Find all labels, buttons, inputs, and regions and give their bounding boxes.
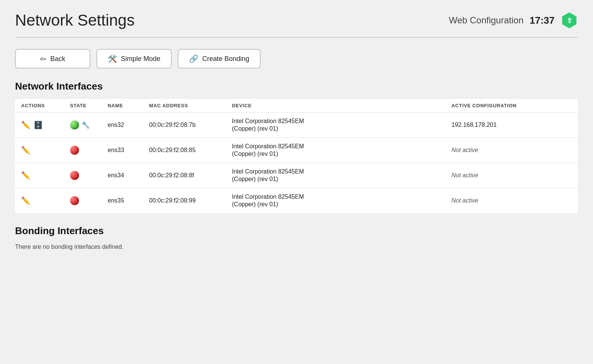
toolbar: ⇦ Back 🛠️ Simple Mode 🔗 Create Bonding	[15, 49, 578, 69]
col-mac: MAC ADDRESS	[149, 103, 232, 108]
row-mac: 00:0c:29:f2:08:85	[149, 147, 232, 154]
table-header: ACTIONS STATE NAME MAC ADDRESS DEVICE AC…	[15, 99, 578, 113]
row-actions: ✏️ 🗄️	[21, 120, 70, 129]
row-actions: ✏️	[21, 146, 70, 155]
row-mac: 00:0c:29:f2:08:7b	[149, 122, 232, 128]
row-state: 🔧	[70, 120, 108, 129]
back-arrow-icon: ⇦	[40, 54, 46, 63]
header-right: Web Configuration 17:37 ⇧	[449, 12, 578, 29]
simple-mode-label: Simple Mode	[121, 55, 160, 63]
row-mac: 00:0c:29:f2:08:99	[149, 197, 232, 204]
col-active-config: ACTIVE CONFIGURATION	[451, 103, 572, 108]
row-device: Intel Corporation 82545EM (Copper) (rev …	[232, 118, 451, 132]
table-row: ✏️ ens33 00:0c:29:f2:08:85 Intel Corpora…	[15, 138, 578, 163]
row-device: Intel Corporation 82545EM (Copper) (rev …	[232, 193, 451, 208]
col-name: NAME	[108, 103, 149, 108]
row-name: ens34	[108, 172, 149, 179]
row-active-config: Not active	[451, 197, 572, 204]
row-active-config: Not active	[451, 172, 572, 179]
edit-icon[interactable]: ✏️	[21, 196, 30, 205]
edit-icon[interactable]: ✏️	[21, 120, 30, 129]
bonding-interfaces-section: Bonding Interfaces There are no bonding …	[15, 225, 578, 250]
row-state	[70, 171, 108, 180]
row-state	[70, 146, 108, 155]
col-state: STATE	[70, 103, 108, 108]
row-name: ens35	[108, 197, 149, 204]
row-name: ens32	[108, 122, 149, 128]
web-config-label: Web Configuration	[449, 15, 523, 26]
database-icon[interactable]: 🗄️	[34, 120, 43, 129]
row-active-config: Not active	[451, 147, 572, 154]
edit-icon[interactable]: ✏️	[21, 171, 30, 180]
back-button[interactable]: ⇦ Back	[15, 49, 90, 69]
row-mac: 00:0c:29:f2:08:8f	[149, 172, 232, 179]
page-title: Network Settings	[15, 11, 134, 29]
create-bonding-label: Create Bonding	[202, 55, 249, 63]
table-row: ✏️ ens34 00:0c:29:f2:08:8f Intel Corpora…	[15, 163, 578, 188]
time-display: 17:37	[530, 15, 555, 26]
row-state	[70, 196, 108, 205]
wrench-icon[interactable]: 🔧	[81, 121, 90, 129]
row-actions: ✏️	[21, 196, 70, 205]
col-device: DEVICE	[232, 103, 451, 108]
network-interfaces-section: Network Interfaces ACTIONS STATE NAME MA…	[15, 81, 578, 213]
row-device: Intel Corporation 82545EM (Copper) (rev …	[232, 168, 451, 183]
create-bonding-icon: 🔗	[189, 54, 198, 63]
status-inactive-dot	[70, 196, 79, 205]
row-name: ens33	[108, 147, 149, 154]
upload-icon: ⇧	[561, 12, 578, 29]
row-actions: ✏️	[21, 171, 70, 180]
bonding-no-data-text: There are no bonding interfaces defined.	[15, 244, 578, 250]
back-label: Back	[50, 55, 65, 63]
header: Network Settings Web Configuration 17:37…	[15, 11, 578, 38]
svg-text:⇧: ⇧	[567, 17, 572, 24]
status-active-dot	[70, 120, 79, 129]
status-inactive-dot	[70, 171, 79, 180]
col-actions: ACTIONS	[21, 103, 70, 108]
table-row: ✏️ ens35 00:0c:29:f2:08:99 Intel Corpora…	[15, 188, 578, 213]
simple-mode-button[interactable]: 🛠️ Simple Mode	[96, 49, 172, 69]
row-device: Intel Corporation 82545EM (Copper) (rev …	[232, 143, 451, 157]
status-inactive-dot	[70, 146, 79, 155]
row-active-config: 192.168.178.201	[451, 122, 572, 128]
simple-mode-icon: 🛠️	[108, 54, 117, 63]
edit-icon[interactable]: ✏️	[21, 146, 30, 155]
create-bonding-button[interactable]: 🔗 Create Bonding	[178, 49, 261, 69]
network-interfaces-table: ACTIONS STATE NAME MAC ADDRESS DEVICE AC…	[15, 99, 578, 213]
table-row: ✏️ 🗄️ 🔧 ens32 00:0c:29:f2:08:7b Intel Co…	[15, 113, 578, 138]
network-interfaces-title: Network Interfaces	[15, 81, 578, 92]
page-wrapper: Network Settings Web Configuration 17:37…	[0, 0, 593, 364]
bonding-interfaces-title: Bonding Interfaces	[15, 225, 578, 237]
